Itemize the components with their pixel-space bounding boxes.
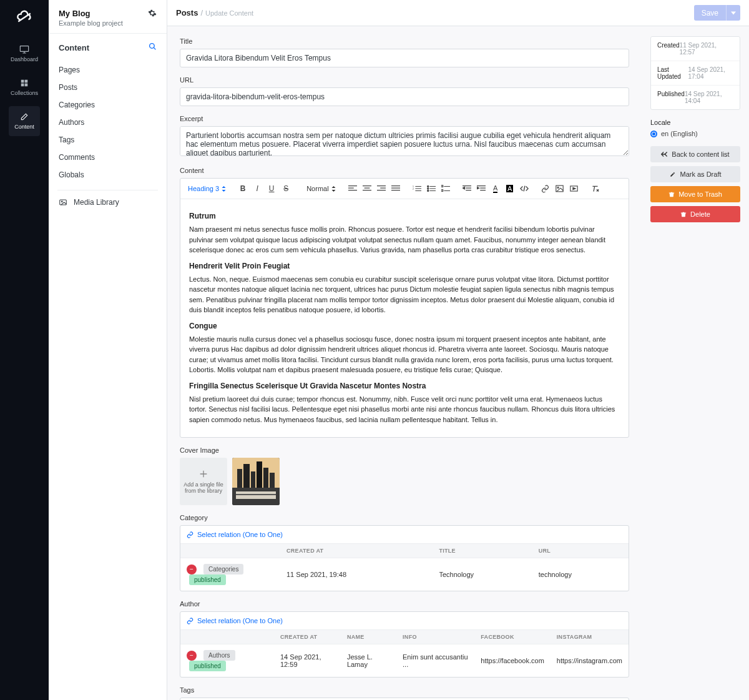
excerpt-input[interactable]: Parturient lobortis accumsan nostra sem …: [180, 126, 629, 156]
move-to-trash-button[interactable]: Move to Trash: [650, 186, 740, 202]
category-relation: Select relation (One to One) CREATED AT …: [180, 525, 629, 591]
sidebar-item-posts[interactable]: Posts: [57, 79, 158, 96]
monitor-icon: [19, 45, 29, 54]
svg-point-5: [150, 44, 155, 49]
search-icon: [149, 42, 157, 51]
radio-checked-icon: [650, 131, 657, 137]
align-right-button[interactable]: [374, 182, 388, 195]
bold-button[interactable]: B: [236, 182, 250, 195]
delete-button[interactable]: Delete: [650, 206, 740, 222]
editor-body[interactable]: Rutrum Nam praesent mi netus senectus fu…: [180, 199, 629, 437]
image-icon: [59, 198, 67, 207]
code-icon: [520, 185, 529, 192]
cover-label: Cover Image: [180, 446, 629, 454]
save-dropdown-toggle[interactable]: [726, 5, 740, 21]
video-icon: [570, 185, 578, 192]
title-input[interactable]: [180, 49, 629, 67]
link-icon: [187, 618, 193, 624]
list-ordered-button[interactable]: 12: [410, 182, 424, 195]
add-image-placeholder[interactable]: Add a single file from the library: [180, 458, 227, 505]
align-left-button[interactable]: [346, 182, 360, 195]
sort-icon: [331, 186, 336, 192]
category-select-link[interactable]: Select relation (One to One): [180, 526, 629, 543]
svg-rect-14: [441, 190, 443, 192]
list-bullet-button[interactable]: [424, 182, 438, 195]
sidebar-item-tags[interactable]: Tags: [57, 131, 158, 149]
sidebar-item-categories[interactable]: Categories: [57, 96, 158, 114]
sidebar-item-authors[interactable]: Authors: [57, 114, 158, 131]
heading-select[interactable]: Heading 3: [185, 184, 228, 194]
list-check-icon: [441, 185, 450, 192]
content-label: Content: [180, 167, 629, 174]
underline-button[interactable]: U: [265, 182, 278, 195]
svg-rect-22: [251, 471, 255, 488]
trash-icon: [680, 211, 687, 218]
url-label: URL: [180, 76, 629, 84]
author-select-link[interactable]: Select relation (One to One): [180, 612, 629, 629]
align-justify-button[interactable]: [389, 182, 403, 195]
back-to-list-button[interactable]: Back to content list: [650, 146, 740, 162]
sidebar-search-button[interactable]: [149, 42, 157, 52]
nav-dashboard[interactable]: Dashboard: [9, 39, 40, 69]
remove-button[interactable]: −: [187, 564, 197, 574]
gear-icon: [148, 9, 157, 17]
svg-rect-6: [60, 200, 67, 205]
nav-content[interactable]: Content: [9, 106, 40, 136]
back-icon: [661, 151, 668, 157]
type-pill: Categories: [203, 564, 243, 574]
city-thumbnail-icon: [232, 458, 280, 505]
svg-rect-0: [20, 46, 28, 52]
align-right-icon: [377, 185, 386, 192]
topbar: Posts/Update Content Save: [167, 0, 749, 26]
author-label: Author: [180, 600, 629, 608]
cover-thumbnail[interactable]: [232, 458, 280, 505]
sidebar-item-pages[interactable]: Pages: [57, 61, 158, 79]
url-input[interactable]: [180, 87, 629, 106]
remove-button[interactable]: −: [187, 651, 197, 661]
media-library-link[interactable]: Media Library: [49, 190, 167, 214]
category-label: Category: [180, 514, 629, 521]
strike-button[interactable]: S: [279, 182, 293, 195]
align-center-button[interactable]: [360, 182, 374, 195]
table-row: − Categories published 11 Sep 2021, 19:4…: [180, 558, 629, 591]
bg-color-button[interactable]: A: [503, 182, 517, 195]
outdent-icon: [463, 185, 471, 192]
svg-rect-23: [257, 461, 262, 488]
svg-rect-27: [236, 494, 276, 495]
list-ol-icon: 12: [413, 185, 421, 192]
locale-option-en[interactable]: en (English): [650, 130, 740, 137]
svg-rect-3: [21, 84, 24, 87]
sidebar-item-comments[interactable]: Comments: [57, 149, 158, 166]
tags-label: Tags: [180, 686, 629, 694]
mark-draft-button[interactable]: Mark as Draft: [650, 166, 740, 182]
locale-box: Locale en (English): [650, 119, 740, 137]
excerpt-label: Excerpt: [180, 115, 629, 122]
sidebar-item-globals[interactable]: Globals: [57, 166, 158, 184]
indent-decrease-button[interactable]: [460, 182, 474, 195]
svg-rect-2: [25, 80, 28, 83]
status-pill: published: [189, 574, 226, 585]
tags-relation: Select relation (One to Many) CREATED AT…: [180, 698, 629, 700]
author-relation: Select relation (One to One) CREATED AT …: [180, 611, 629, 678]
indent-increase-button[interactable]: [474, 182, 488, 195]
svg-rect-21: [243, 464, 250, 488]
edit-icon: [20, 112, 29, 121]
content-type-list: Pages Posts Categories Authors Tags Comm…: [57, 59, 158, 190]
image-button[interactable]: [553, 182, 567, 195]
editor-toolbar: Heading 3 B I U S Normal: [180, 179, 629, 199]
italic-button[interactable]: I: [250, 182, 264, 195]
project-settings-button[interactable]: [148, 9, 157, 19]
link-button[interactable]: [539, 182, 552, 195]
svg-rect-25: [270, 473, 275, 488]
save-button[interactable]: Save: [694, 5, 726, 21]
clear-format-button[interactable]: [589, 182, 602, 195]
breadcrumb: Posts/Update Content: [176, 8, 694, 17]
video-button[interactable]: [567, 182, 581, 195]
text-color-button[interactable]: A: [489, 182, 502, 195]
list-check-button[interactable]: [439, 182, 453, 195]
size-select[interactable]: Normal: [304, 184, 338, 194]
svg-rect-1: [21, 80, 24, 83]
nav-collections[interactable]: Collections: [9, 72, 40, 102]
sidebar-section-title: Content: [59, 43, 149, 52]
code-button[interactable]: [517, 182, 531, 195]
